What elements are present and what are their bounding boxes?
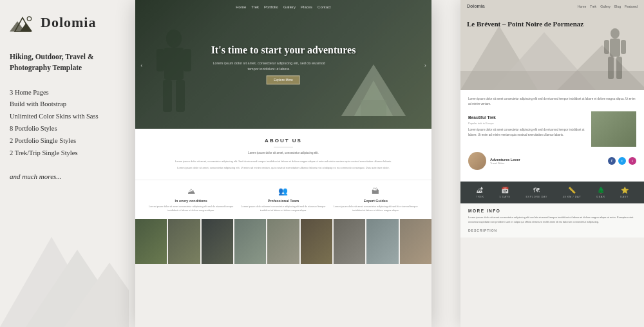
hero-subtitle: Lorem ipsum dolor sit amet, consectetur … [211,61,327,72]
author-role: Travel Writer [490,162,604,165]
dark-info-section: 🏕 Trek 📅 5 Days 🗺 Explore Day 📏 48 km / … [460,182,644,203]
blog-person-silhouette [599,26,631,90]
dark-icon-explore: 🗺 Explore Day [526,187,547,198]
level-icon: ⭐ [620,187,629,194]
svg-point-3 [27,17,31,21]
gallery-item-7[interactable] [334,219,365,264]
and-more-text: and much mores... [10,173,126,180]
hero-next-arrow[interactable]: › [424,61,426,68]
gallery-item-9[interactable] [400,219,431,264]
blog-nav-trek[interactable]: Trek [590,5,596,8]
calendar-icon: 📅 [500,187,511,194]
feature-team-text: Lorem ipsum dolor sit amet consectetur a… [240,205,326,212]
features-row: ⛰ In every conditions Lorem ipsum dolor … [135,180,431,219]
feature-guides-text: Lorem ipsum dolor sit amet consectetur a… [333,205,419,212]
blog-nav-blog[interactable]: Blog [614,5,621,8]
feature-item: 8 Portfolio Styles [10,123,126,135]
background-mountain-decoration [0,198,129,327]
feature-item: 2 Trek/Trip Single Styles [10,147,126,160]
gallery-item-2[interactable] [168,219,200,264]
svg-rect-9 [156,49,164,71]
blog-body-text: Lorem ipsum dolor sit amet consectetur a… [468,127,586,137]
svg-rect-26 [616,57,622,79]
dark-icon-gear: 🌲 Gear [596,187,605,198]
about-title: ABOUT US [155,138,412,144]
feature-conditions: ⛰ In every conditions Lorem ipsum dolor … [148,187,234,212]
gallery-item-5[interactable] [267,219,299,264]
blog-section-title: Beautiful Trek [468,115,586,120]
logo-text: Dolomia [41,14,96,31]
description-label: DESCRIPTION [468,229,636,232]
gallery-item-4[interactable] [234,219,266,264]
svg-rect-25 [608,57,614,79]
hero-title: It's time to start your adventures [211,44,356,57]
features-list: 3 Home Pages Build with Bootstrap Unlimi… [10,87,126,160]
feature-conditions-text: Lorem ipsum dolor sit amet consectetur a… [148,205,234,212]
hero-person-silhouette [145,26,203,129]
gallery-item-8[interactable] [366,219,398,264]
hero-cta-button[interactable]: Explore More [267,76,300,85]
feature-team: 👥 Professional Team Lorem ipsum dolor si… [240,187,326,212]
blog-post-title: Le Brévent – Point Noire de Pormenaz [467,19,638,28]
social-twitter-icon[interactable]: t [618,157,626,165]
blog-nav-home[interactable]: Home [578,5,586,8]
blog-intro-text: Lorem ipsum dolor sit amet consectetur a… [468,97,636,106]
feature-item: Unlimited Color Skins with Sass [10,111,126,123]
about-section: ABOUT US Lorem ipsum dolor sit amet, con… [135,129,431,180]
social-instagram-icon[interactable]: i [629,157,636,165]
about-body2: Lorem ipsum dolor sit amet, consectetur … [155,166,412,171]
more-info-title: MORE INFO [468,209,636,213]
blog-nav-featured[interactable]: Featured [625,5,638,8]
level-label: Easy [620,195,629,198]
hero-nav-item: Gallery [283,5,296,9]
right-panel: Dolomia Home Trek Gallery Blog Featured … [460,0,644,327]
about-body1: Lorem ipsum dolor sit amet, consectetur … [155,160,412,164]
svg-rect-15 [361,100,386,116]
hero-nav-item: Places [301,5,312,9]
blog-nav-links: Home Trek Gallery Blog Featured [578,5,638,8]
gallery-item-3[interactable] [202,219,233,264]
center-mockup: Home Trek Portfolio Gallery Places Conta… [135,0,431,327]
feature-conditions-title: In every conditions [148,199,234,203]
hero-prev-arrow[interactable]: ‹ [140,61,142,68]
dark-icon-trek: 🏕 Trek [476,187,484,198]
gallery-item-6[interactable] [301,219,332,264]
feature-item: 2 Portfolio Single Styles [10,135,126,147]
trek-icon: 🏕 [476,187,484,194]
hero-nav-item: Home [236,5,246,9]
feature-guides-icon: 🏔 [333,187,419,196]
feature-team-title: Professional Team [240,199,326,203]
brand-tagline: Hiking, Outdoor, Travel & Photography Te… [10,51,126,74]
blog-thumbnail [591,111,636,147]
blog-hero-image: Dolomia Home Trek Gallery Blog Featured … [460,0,644,90]
gallery-item-1[interactable] [135,219,167,264]
logo-area: Dolomia [10,13,126,32]
feature-item: 3 Home Pages [10,87,126,99]
blog-content-section: Lorem ipsum dolor sit amet consectetur a… [460,90,644,182]
dark-icon-days: 📅 5 Days [500,187,511,198]
left-panel: Dolomia Hiking, Outdoor, Travel & Photog… [0,0,135,327]
gear-icon: 🌲 [596,187,605,194]
social-facebook-icon[interactable]: f [608,157,616,165]
logo-mountain-icon [10,13,35,32]
feature-mountain-icon: ⛰ [148,187,234,196]
hero-nav-item: Portfolio [264,5,278,9]
svg-rect-23 [604,40,609,54]
dark-icon-level: ⭐ Easy [620,187,629,198]
blog-with-image: Beautiful Trek Popular trek in Europe Lo… [468,111,636,147]
feature-team-icon: 👥 [240,187,326,196]
svg-rect-10 [184,49,191,71]
author-social-links: f t i [608,157,636,165]
author-row: Adventures Lover Travel Writer f t i [468,152,636,170]
about-subtitle: Lorem ipsum dolor sit amet, consectetur … [155,151,412,156]
svg-rect-8 [164,48,184,80]
explore-label: Explore Day [526,195,547,198]
distance-label: 48 km / day [563,195,581,198]
svg-rect-22 [610,39,620,57]
blog-nav-gallery[interactable]: Gallery [600,5,611,8]
hero-section: Home Trek Portfolio Gallery Places Conta… [135,0,431,129]
hero-nav-item: Trek [251,5,259,9]
gallery-row [135,219,431,264]
hero-content: It's time to start your adventures Lorem… [211,44,356,84]
feature-guides: 🏔 Expert Guides Lorem ipsum dolor sit am… [333,187,419,212]
